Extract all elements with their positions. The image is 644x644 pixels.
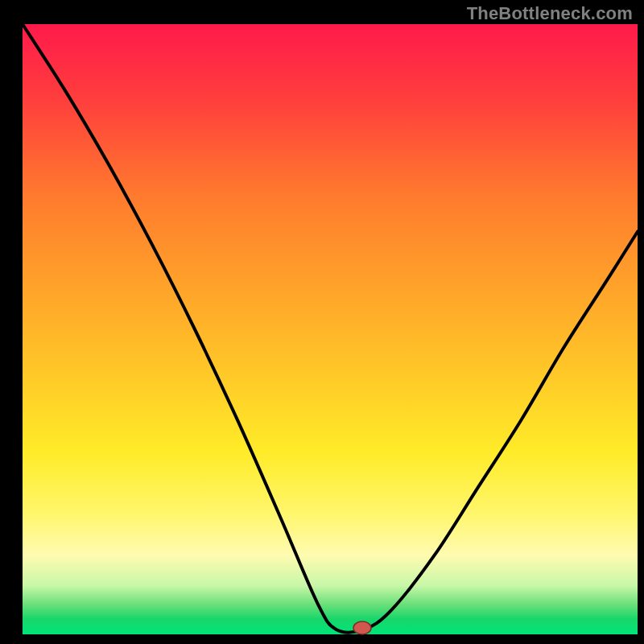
optimum-marker <box>353 621 371 634</box>
bottleneck-chart <box>0 0 644 644</box>
watermark-text: TheBottleneck.com <box>467 3 633 24</box>
gradient-background <box>23 24 638 634</box>
outer-frame: TheBottleneck.com <box>0 0 644 644</box>
